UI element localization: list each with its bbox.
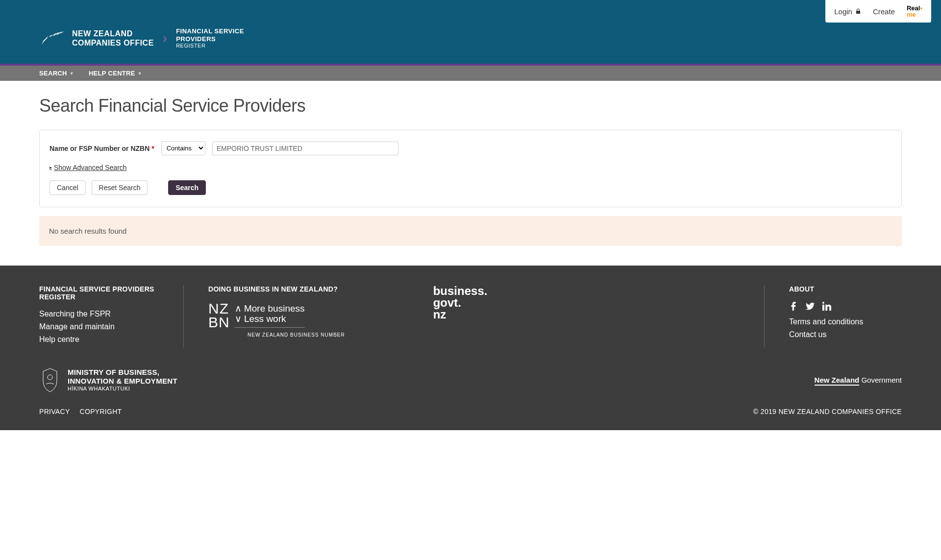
privacy-link[interactable]: PRIVACY: [39, 408, 70, 415]
footer-link-contact[interactable]: Contact us: [789, 330, 877, 339]
create-link[interactable]: Create: [873, 7, 895, 16]
match-mode-select[interactable]: Contains: [161, 141, 205, 155]
caret-down-icon: ▼: [138, 71, 142, 76]
search-input[interactable]: [212, 142, 398, 155]
twitter-icon[interactable]: [806, 302, 815, 311]
crest-icon: [39, 367, 61, 393]
search-button[interactable]: Search: [168, 180, 206, 195]
footer-col1-heading: FINANCIAL SERVICE PROVIDERS REGISTER: [39, 285, 159, 301]
cancel-button[interactable]: Cancel: [50, 180, 86, 195]
footer-col2-heading: DOING BUSINESS IN NEW ZEALAND?: [208, 285, 345, 293]
footer: FINANCIAL SERVICE PROVIDERS REGISTER Sea…: [0, 266, 941, 430]
nz-companies-logo[interactable]: NEW ZEALAND COMPANIES OFFICE: [39, 28, 154, 48]
fspr-title: FINANCIAL SERVICE PROVIDERS REGISTER: [176, 27, 244, 49]
chevron-right-icon: ›: [163, 30, 167, 46]
fern-icon: [39, 28, 66, 48]
mbie-logo[interactable]: MINISTRY OF BUSINESS, INNOVATION & EMPLO…: [39, 367, 177, 393]
footer-link-manage[interactable]: Manage and maintain: [39, 322, 159, 331]
header: Login Create Real•me NEW ZEALAND COMPANI…: [0, 0, 941, 64]
advanced-search-toggle[interactable]: ▸ Show Advanced Search: [50, 164, 127, 171]
page-title: Search Financial Service Providers: [39, 96, 902, 116]
nav-search[interactable]: SEARCH ▼: [39, 66, 74, 81]
brand-line2: COMPANIES OFFICE: [72, 38, 154, 48]
main-nav: SEARCH ▼ HELP CENTRE ▼: [0, 66, 941, 81]
search-field-label: Name or FSP Number or NZBN *: [50, 145, 154, 152]
facebook-icon[interactable]: [789, 302, 798, 311]
business-govt-nz-logo[interactable]: business. govt. nz: [433, 285, 488, 348]
login-label: Login: [834, 7, 852, 16]
create-label: Create: [873, 7, 895, 16]
lock-icon: [855, 7, 861, 16]
footer-link-terms[interactable]: Terms and conditions: [789, 317, 877, 326]
caret-down-icon: ▼: [70, 71, 74, 76]
copyright-link[interactable]: COPYRIGHT: [80, 408, 122, 415]
svg-point-0: [48, 375, 52, 380]
caret-right-icon: ▸: [50, 165, 52, 170]
realme-logo[interactable]: Real•me: [907, 5, 922, 18]
copyright-text: © 2019 NEW ZEALAND COMPANIES OFFICE: [753, 408, 902, 415]
reset-search-button[interactable]: Reset Search: [92, 180, 148, 195]
login-link[interactable]: Login: [834, 7, 861, 16]
nav-help-centre[interactable]: HELP CENTRE ▼: [89, 66, 142, 81]
footer-link-searching[interactable]: Searching the FSPR: [39, 310, 159, 318]
footer-link-help[interactable]: Help centre: [39, 335, 159, 344]
search-panel: Name or FSP Number or NZBN * Contains ▸ …: [39, 130, 902, 207]
auth-box: Login Create Real•me: [825, 0, 931, 23]
nz-government-logo[interactable]: New Zealand Government: [815, 376, 902, 384]
linkedin-icon[interactable]: [822, 302, 831, 311]
no-results-message: No search results found: [39, 216, 902, 246]
nzbn-logo[interactable]: NZBN ∧ More business ∨ Less work NEW ZEA…: [208, 302, 345, 338]
footer-col3-heading: ABOUT: [789, 285, 877, 293]
main-content: Search Financial Service Providers Name …: [0, 81, 941, 266]
brand-line1: NEW ZEALAND: [72, 29, 154, 38]
